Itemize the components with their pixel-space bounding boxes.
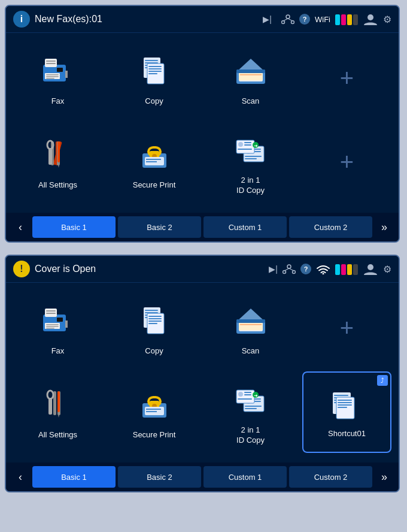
svg-point-61 [283, 271, 286, 274]
add-shortcut-3[interactable]: + [302, 292, 391, 364]
svg-rect-74 [46, 326, 59, 327]
user-icon-2[interactable] [363, 262, 378, 276]
shortcut-icon [326, 385, 368, 427]
tab-basic2-1[interactable]: Basic 2 [118, 216, 201, 238]
gear-icon[interactable]: ⚙ [383, 14, 391, 25]
status-message-2: Cover is Open [35, 264, 262, 274]
app-copy-1[interactable]: Copy [110, 43, 199, 114]
app-settings-1[interactable]: All Settings [13, 122, 102, 203]
tab-next-2[interactable]: » [375, 466, 394, 488]
svg-rect-25 [148, 73, 157, 74]
app-2in1-1[interactable]: ➜ 2 in 1ID Copy [206, 122, 295, 203]
scan-icon-2 [230, 300, 272, 341]
svg-point-54 [238, 142, 243, 147]
tab-custom2-2[interactable]: Custom 2 [289, 466, 372, 488]
app-scan-1[interactable]: Scan [206, 43, 295, 114]
svg-rect-10 [57, 68, 63, 72]
svg-rect-127 [338, 404, 352, 406]
scan-label: Scan [242, 96, 260, 107]
status-bar-2: ! Cover is Open ▶| ? [6, 256, 399, 283]
help-icon-2[interactable]: ? [300, 264, 311, 274]
help-icon[interactable]: ? [299, 14, 310, 25]
tab-custom2-1[interactable]: Custom 2 [289, 216, 372, 238]
tab-bar-1: ‹ Basic 1 Basic 2 Custom 1 Custom 2 » [6, 213, 399, 241]
svg-point-94 [47, 391, 53, 399]
add-icon-1: + [340, 65, 354, 92]
status-arrow[interactable]: ▶| [263, 14, 272, 24]
svg-rect-128 [338, 407, 347, 408]
2in1-icon: ➜ [230, 129, 272, 171]
secure-print-icon [133, 134, 175, 176]
tab-custom1-1[interactable]: Custom 1 [204, 216, 287, 238]
add-shortcut-1[interactable]: + [302, 43, 391, 114]
svg-rect-120 [334, 395, 348, 396]
status-bar-1: i New Fax(es):01 ▶| ? WiFi [6, 6, 399, 33]
2in1-label: 2 in 1ID Copy [236, 176, 265, 196]
add-icon-2: + [340, 149, 354, 176]
svg-rect-14 [46, 78, 54, 79]
svg-rect-111 [245, 408, 257, 409]
gear-icon-2[interactable]: ⚙ [383, 264, 391, 275]
svg-rect-96 [57, 391, 60, 412]
svg-rect-85 [148, 321, 162, 322]
svg-rect-9 [46, 63, 56, 64]
app-fax-2[interactable]: Fax [13, 292, 102, 364]
svg-rect-51 [245, 156, 262, 157]
svg-rect-90 [239, 323, 263, 330]
app-2in1-2[interactable]: ➜ 2 in 1ID Copy [206, 371, 295, 453]
svg-rect-126 [338, 402, 352, 403]
scan-label-2: Scan [242, 346, 260, 356]
add-shortcut-2[interactable]: + [302, 122, 391, 203]
network-icon[interactable] [281, 14, 294, 25]
app-fax-1[interactable]: Fax [13, 43, 102, 114]
scan-icon [230, 50, 272, 92]
tab-basic1-2[interactable]: Basic 1 [32, 466, 116, 488]
app-scan-2[interactable]: Scan [206, 292, 295, 364]
svg-rect-29 [239, 73, 263, 80]
svg-rect-36 [48, 148, 52, 165]
user-icon[interactable] [363, 13, 378, 26]
svg-rect-56 [244, 144, 251, 146]
app-secure-print-1[interactable]: Secure Print [110, 122, 199, 203]
status-arrow-2[interactable]: ▶| [269, 264, 278, 274]
svg-rect-83 [148, 316, 162, 317]
tab-basic2-2[interactable]: Basic 2 [118, 466, 201, 488]
svg-rect-52 [245, 158, 257, 159]
svg-rect-13 [46, 76, 59, 77]
svg-text:➜: ➜ [254, 143, 258, 149]
tab-prev-1[interactable]: ‹ [11, 216, 30, 238]
fax-icon [37, 50, 79, 92]
wifi-icon [316, 264, 330, 274]
app-settings-2[interactable]: All Settings [13, 371, 102, 453]
app-copy-2[interactable]: Copy [110, 292, 199, 364]
svg-point-1 [282, 21, 285, 24]
svg-rect-110 [245, 406, 262, 407]
svg-point-5 [367, 14, 373, 20]
svg-rect-45 [146, 159, 161, 160]
2in1-label-2: 2 in 1ID Copy [236, 425, 265, 446]
network-icon-2[interactable] [283, 264, 296, 274]
ink-icon [335, 13, 358, 25]
settings-icon [37, 134, 79, 176]
app-shortcut01[interactable]: ⤴ Shortcut01 [302, 371, 391, 453]
svg-point-62 [293, 271, 296, 274]
svg-rect-71 [57, 318, 63, 322]
add-icon-3: + [340, 315, 354, 341]
svg-line-64 [289, 268, 294, 271]
tab-prev-2[interactable]: ‹ [11, 466, 30, 488]
tab-basic1-1[interactable]: Basic 1 [32, 216, 116, 238]
svg-point-0 [286, 15, 290, 19]
status-icons-2: ? ⚙ [283, 262, 391, 276]
settings-icon-2 [37, 383, 79, 425]
app-secure-print-2[interactable]: Secure Print [110, 371, 199, 453]
svg-point-2 [291, 21, 294, 24]
svg-rect-15 [65, 71, 68, 78]
svg-rect-57 [238, 149, 252, 150]
svg-rect-70 [46, 313, 56, 314]
svg-rect-8 [46, 61, 56, 62]
tab-next-1[interactable]: » [375, 216, 394, 238]
tab-custom1-2[interactable]: Custom 1 [204, 466, 287, 488]
2in1-icon-2: ➜ [230, 379, 272, 421]
svg-point-113 [238, 392, 243, 397]
secure-print-icon-2 [133, 383, 175, 425]
